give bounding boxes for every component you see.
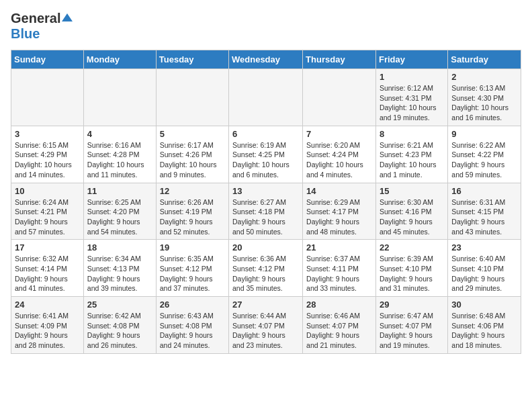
day-number: 7 bbox=[306, 129, 372, 139]
calendar-cell: 10Sunrise: 6:24 AM Sunset: 4:21 PM Dayli… bbox=[11, 183, 84, 240]
day-number: 10 bbox=[15, 186, 80, 196]
day-number: 23 bbox=[451, 242, 517, 253]
day-info: Sunrise: 6:15 AM Sunset: 4:29 PM Dayligh… bbox=[15, 140, 80, 180]
header-day-thursday: Thursday bbox=[303, 50, 376, 69]
day-info: Sunrise: 6:24 AM Sunset: 4:21 PM Dayligh… bbox=[15, 197, 80, 237]
calendar-cell: 13Sunrise: 6:27 AM Sunset: 4:18 PM Dayli… bbox=[229, 183, 303, 240]
day-info: Sunrise: 6:31 AM Sunset: 4:15 PM Dayligh… bbox=[451, 197, 517, 237]
day-info: Sunrise: 6:29 AM Sunset: 4:17 PM Dayligh… bbox=[306, 197, 372, 237]
day-number: 22 bbox=[380, 242, 444, 253]
calendar-cell: 16Sunrise: 6:31 AM Sunset: 4:15 PM Dayli… bbox=[448, 183, 521, 240]
day-info: Sunrise: 6:37 AM Sunset: 4:11 PM Dayligh… bbox=[306, 254, 372, 293]
day-number: 29 bbox=[380, 300, 444, 310]
day-info: Sunrise: 6:30 AM Sunset: 4:16 PM Dayligh… bbox=[380, 197, 444, 237]
day-number: 9 bbox=[451, 129, 517, 139]
day-number: 20 bbox=[232, 242, 299, 253]
calendar-cell bbox=[156, 69, 228, 126]
day-info: Sunrise: 6:25 AM Sunset: 4:20 PM Dayligh… bbox=[87, 197, 152, 237]
calendar-cell bbox=[229, 69, 303, 126]
day-number: 26 bbox=[160, 300, 225, 310]
day-number: 24 bbox=[15, 300, 80, 310]
day-info: Sunrise: 6:16 AM Sunset: 4:28 PM Dayligh… bbox=[87, 140, 152, 180]
header-day-saturday: Saturday bbox=[448, 50, 521, 69]
calendar-cell: 27Sunrise: 6:44 AM Sunset: 4:07 PM Dayli… bbox=[229, 297, 303, 354]
calendar-cell: 22Sunrise: 6:39 AM Sunset: 4:10 PM Dayli… bbox=[375, 240, 447, 297]
logo-triangle-icon bbox=[62, 12, 73, 26]
calendar-cell: 12Sunrise: 6:26 AM Sunset: 4:19 PM Dayli… bbox=[156, 183, 228, 240]
calendar-cell: 9Sunrise: 6:22 AM Sunset: 4:22 PM Daylig… bbox=[448, 126, 521, 183]
calendar-cell: 14Sunrise: 6:29 AM Sunset: 4:17 PM Dayli… bbox=[303, 183, 376, 240]
day-info: Sunrise: 6:41 AM Sunset: 4:09 PM Dayligh… bbox=[15, 311, 80, 351]
day-number: 15 bbox=[380, 186, 444, 196]
day-number: 8 bbox=[380, 129, 444, 139]
header-day-friday: Friday bbox=[375, 50, 447, 69]
calendar-cell: 2Sunrise: 6:13 AM Sunset: 4:30 PM Daylig… bbox=[448, 69, 521, 126]
calendar-cell: 6Sunrise: 6:19 AM Sunset: 4:25 PM Daylig… bbox=[229, 126, 303, 183]
day-info: Sunrise: 6:13 AM Sunset: 4:30 PM Dayligh… bbox=[451, 83, 517, 123]
calendar-cell bbox=[11, 69, 84, 126]
calendar-cell: 21Sunrise: 6:37 AM Sunset: 4:11 PM Dayli… bbox=[303, 240, 376, 297]
calendar-cell: 5Sunrise: 6:17 AM Sunset: 4:26 PM Daylig… bbox=[156, 126, 228, 183]
calendar-cell: 7Sunrise: 6:20 AM Sunset: 4:24 PM Daylig… bbox=[303, 126, 376, 183]
day-info: Sunrise: 6:19 AM Sunset: 4:25 PM Dayligh… bbox=[232, 140, 299, 180]
day-info: Sunrise: 6:35 AM Sunset: 4:12 PM Dayligh… bbox=[160, 254, 225, 293]
calendar-cell: 23Sunrise: 6:40 AM Sunset: 4:10 PM Dayli… bbox=[448, 240, 521, 297]
day-info: Sunrise: 6:47 AM Sunset: 4:07 PM Dayligh… bbox=[380, 311, 444, 351]
day-number: 21 bbox=[306, 242, 372, 253]
day-info: Sunrise: 6:32 AM Sunset: 4:14 PM Dayligh… bbox=[15, 254, 80, 293]
day-info: Sunrise: 6:36 AM Sunset: 4:12 PM Dayligh… bbox=[232, 254, 299, 293]
day-number: 27 bbox=[232, 300, 299, 310]
day-info: Sunrise: 6:42 AM Sunset: 4:08 PM Dayligh… bbox=[87, 311, 152, 351]
calendar-cell: 25Sunrise: 6:42 AM Sunset: 4:08 PM Dayli… bbox=[83, 297, 156, 354]
day-number: 30 bbox=[451, 300, 517, 310]
day-number: 14 bbox=[306, 186, 372, 196]
calendar-cell: 19Sunrise: 6:35 AM Sunset: 4:12 PM Dayli… bbox=[156, 240, 228, 297]
calendar-week-1: 3Sunrise: 6:15 AM Sunset: 4:29 PM Daylig… bbox=[11, 126, 521, 183]
calendar-cell: 28Sunrise: 6:46 AM Sunset: 4:07 PM Dayli… bbox=[303, 297, 376, 354]
calendar-week-2: 10Sunrise: 6:24 AM Sunset: 4:21 PM Dayli… bbox=[11, 183, 521, 240]
logo: General Blue bbox=[11, 11, 73, 42]
header-day-tuesday: Tuesday bbox=[156, 50, 228, 69]
calendar-week-3: 17Sunrise: 6:32 AM Sunset: 4:14 PM Dayli… bbox=[11, 240, 521, 297]
day-info: Sunrise: 6:22 AM Sunset: 4:22 PM Dayligh… bbox=[451, 140, 517, 180]
calendar-cell: 24Sunrise: 6:41 AM Sunset: 4:09 PM Dayli… bbox=[11, 297, 84, 354]
day-info: Sunrise: 6:21 AM Sunset: 4:23 PM Dayligh… bbox=[380, 140, 444, 180]
svg-marker-0 bbox=[62, 13, 73, 21]
logo-blue-text: Blue bbox=[11, 26, 40, 41]
day-number: 12 bbox=[160, 186, 225, 196]
logo-general-text: General bbox=[11, 11, 60, 26]
header-day-monday: Monday bbox=[83, 50, 156, 69]
day-info: Sunrise: 6:26 AM Sunset: 4:19 PM Dayligh… bbox=[160, 197, 225, 237]
calendar-cell: 30Sunrise: 6:48 AM Sunset: 4:06 PM Dayli… bbox=[448, 297, 521, 354]
calendar-week-0: 1Sunrise: 6:12 AM Sunset: 4:31 PM Daylig… bbox=[11, 69, 521, 126]
day-number: 19 bbox=[160, 242, 225, 253]
calendar-table: SundayMondayTuesdayWednesdayThursdayFrid… bbox=[11, 50, 521, 354]
day-number: 18 bbox=[87, 242, 152, 253]
calendar-cell: 3Sunrise: 6:15 AM Sunset: 4:29 PM Daylig… bbox=[11, 126, 84, 183]
day-number: 17 bbox=[15, 242, 80, 253]
day-info: Sunrise: 6:12 AM Sunset: 4:31 PM Dayligh… bbox=[380, 83, 444, 123]
header-day-sunday: Sunday bbox=[11, 50, 84, 69]
calendar-cell: 1Sunrise: 6:12 AM Sunset: 4:31 PM Daylig… bbox=[375, 69, 447, 126]
day-number: 5 bbox=[160, 129, 225, 139]
day-info: Sunrise: 6:27 AM Sunset: 4:18 PM Dayligh… bbox=[232, 197, 299, 237]
calendar-cell: 26Sunrise: 6:43 AM Sunset: 4:08 PM Dayli… bbox=[156, 297, 228, 354]
calendar-cell: 17Sunrise: 6:32 AM Sunset: 4:14 PM Dayli… bbox=[11, 240, 84, 297]
calendar-cell bbox=[83, 69, 156, 126]
day-info: Sunrise: 6:46 AM Sunset: 4:07 PM Dayligh… bbox=[306, 311, 372, 351]
header-row: SundayMondayTuesdayWednesdayThursdayFrid… bbox=[11, 50, 521, 69]
day-info: Sunrise: 6:20 AM Sunset: 4:24 PM Dayligh… bbox=[306, 140, 372, 180]
day-number: 3 bbox=[15, 129, 80, 139]
calendar-cell: 20Sunrise: 6:36 AM Sunset: 4:12 PM Dayli… bbox=[229, 240, 303, 297]
day-number: 6 bbox=[232, 129, 299, 139]
calendar-week-4: 24Sunrise: 6:41 AM Sunset: 4:09 PM Dayli… bbox=[11, 297, 521, 354]
calendar-cell bbox=[303, 69, 376, 126]
day-info: Sunrise: 6:39 AM Sunset: 4:10 PM Dayligh… bbox=[380, 254, 444, 293]
day-info: Sunrise: 6:17 AM Sunset: 4:26 PM Dayligh… bbox=[160, 140, 225, 180]
calendar-cell: 11Sunrise: 6:25 AM Sunset: 4:20 PM Dayli… bbox=[83, 183, 156, 240]
day-number: 13 bbox=[232, 186, 299, 196]
day-number: 11 bbox=[87, 186, 152, 196]
page-header: General Blue bbox=[11, 11, 521, 42]
day-info: Sunrise: 6:34 AM Sunset: 4:13 PM Dayligh… bbox=[87, 254, 152, 293]
day-number: 4 bbox=[87, 129, 152, 139]
